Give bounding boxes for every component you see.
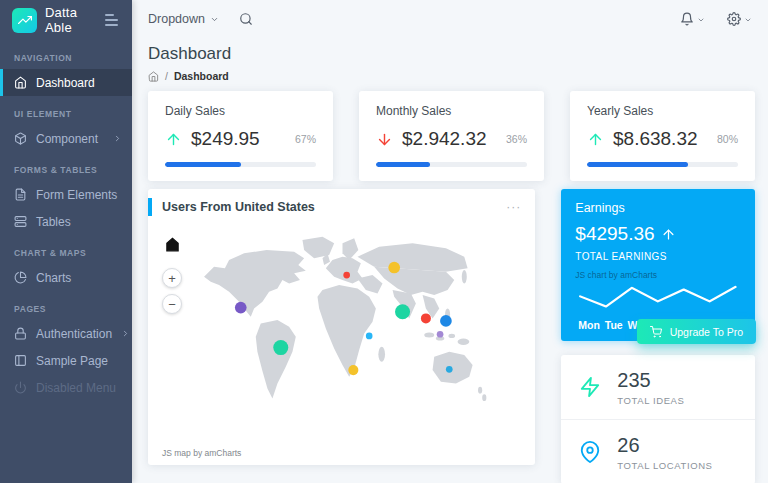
map-data-dot[interactable]: [235, 302, 247, 314]
card-title: Users From United States: [162, 200, 315, 214]
dropdown-label: Dropdown: [148, 12, 205, 26]
world-map[interactable]: + −: [148, 223, 535, 465]
total-locations-row: 26 TOTAL LOCATIONS: [561, 420, 755, 483]
zoom-in-button[interactable]: +: [162, 268, 182, 288]
sidebar-item-label: Sample Page: [36, 354, 108, 368]
total-ideas-row: 235 TOTAL IDEAS: [561, 355, 755, 420]
progress-fill: [376, 162, 430, 167]
sidebar-item-label: Component: [36, 132, 98, 146]
earnings-amount: $4295.36: [575, 223, 654, 245]
sidebar-item-label: Disabled Menu: [36, 381, 116, 395]
chart-attribution[interactable]: JS chart by amCharts: [575, 270, 741, 280]
zoom-out-button[interactable]: −: [162, 294, 182, 314]
progress-fill: [587, 162, 688, 167]
breadcrumb-separator: /: [165, 70, 168, 82]
daily-sales-card: Daily Sales $249.95 67%: [148, 91, 333, 181]
monthly-sales-card: Monthly Sales $2.942.32 36%: [359, 91, 544, 181]
sales-percent: 67%: [295, 133, 316, 145]
map-data-dot[interactable]: [388, 262, 400, 274]
sales-percent: 80%: [717, 133, 738, 145]
sidebar-item-tables[interactable]: Tables: [0, 208, 132, 235]
power-icon: [14, 381, 27, 394]
page-title: Dashboard: [148, 44, 755, 64]
sidebar-item-label: Form Elements: [36, 188, 117, 202]
card-title: Monthly Sales: [376, 104, 527, 118]
map-home-icon[interactable]: [165, 237, 180, 256]
sales-cards-row: Daily Sales $249.95 67% Monthly Sales $2…: [148, 91, 755, 181]
sidebar-item-authentication[interactable]: Authentication: [0, 320, 132, 347]
nav-caption: CHART & MAPS: [0, 235, 132, 264]
arrow-up-icon: [587, 131, 604, 148]
lock-icon: [14, 327, 27, 340]
progress-bar: [587, 162, 738, 167]
earnings-subtitle: TOTAL EARNINGS: [575, 251, 741, 262]
sidebar-item-dashboard[interactable]: Dashboard: [0, 69, 132, 96]
nav-caption: NAVIGATION: [0, 40, 132, 69]
axis-label: Mon: [578, 319, 600, 331]
map-pin-icon: [579, 441, 601, 463]
map-attribution[interactable]: JS map by amCharts: [162, 448, 241, 458]
card-title: Daily Sales: [165, 104, 316, 118]
cart-icon: [650, 326, 662, 338]
map-data-dot[interactable]: [366, 333, 373, 340]
pie-chart-icon: [14, 271, 27, 284]
map-data-dot[interactable]: [446, 366, 453, 373]
search-icon[interactable]: [239, 12, 253, 26]
map-data-dot[interactable]: [437, 331, 444, 338]
world-map-svg[interactable]: [156, 225, 527, 421]
chevron-down-icon: [744, 10, 752, 28]
chevron-right-icon: [113, 132, 122, 146]
sales-percent: 36%: [506, 133, 527, 145]
settings-gear-icon[interactable]: [727, 10, 752, 28]
progress-bar: [165, 162, 316, 167]
axis-label: Tue: [605, 319, 623, 331]
file-text-icon: [14, 188, 27, 201]
dashboard-page: Datta Able NAVIGATION Dashboard UI ELEME…: [0, 0, 768, 483]
breadcrumb-current[interactable]: Dashboard: [174, 70, 229, 82]
upgrade-button-label: Upgrade To Pro: [670, 326, 743, 338]
upgrade-to-pro-button[interactable]: Upgrade To Pro: [637, 319, 756, 344]
sidebar-item-component[interactable]: Component: [0, 125, 132, 152]
map-data-dot[interactable]: [395, 304, 410, 319]
notifications-bell-icon[interactable]: [680, 10, 705, 28]
yearly-sales-card: Yearly Sales $8.638.32 80%: [570, 91, 755, 181]
breadcrumb-home-icon[interactable]: [148, 71, 159, 82]
map-data-dot[interactable]: [440, 315, 452, 327]
brand[interactable]: Datta Able: [0, 0, 132, 40]
sidebar-item-label: Dashboard: [36, 76, 95, 90]
brand-logo-icon: [12, 8, 37, 33]
nav-caption: FORMS & TABLES: [0, 152, 132, 181]
arrow-up-icon: [165, 131, 182, 148]
map-data-dot[interactable]: [343, 272, 350, 279]
chevron-right-icon: [121, 327, 130, 341]
sidebar-item-charts[interactable]: Charts: [0, 264, 132, 291]
progress-fill: [165, 162, 241, 167]
card-title: Earnings: [575, 201, 741, 215]
map-data-dot[interactable]: [348, 365, 358, 375]
nav-caption: PAGES: [0, 291, 132, 320]
main-content: Dashboard / Dashboard Daily Sales $249.9…: [132, 38, 768, 483]
total-label: TOTAL LOCATIONS: [617, 460, 712, 471]
sidebar: Datta Able NAVIGATION Dashboard UI ELEME…: [0, 0, 132, 483]
sidebar-toggle-icon[interactable]: [103, 12, 120, 28]
map-data-dot[interactable]: [273, 340, 288, 355]
card-title: Yearly Sales: [587, 104, 738, 118]
sales-amount: $8.638.32: [613, 128, 698, 150]
sales-amount: $2.942.32: [402, 128, 487, 150]
map-data-dot[interactable]: [421, 313, 431, 323]
total-label: TOTAL IDEAS: [617, 395, 684, 406]
breadcrumb: / Dashboard: [148, 70, 755, 82]
total-value: 26: [617, 434, 712, 457]
sidebar-item-label: Authentication: [36, 327, 112, 341]
sidebar-layout-icon: [14, 354, 27, 367]
arrow-up-icon: [661, 227, 676, 242]
more-options-icon[interactable]: ···: [506, 204, 521, 210]
table-icon: [14, 215, 27, 228]
sidebar-item-form-elements[interactable]: Form Elements: [0, 181, 132, 208]
arrow-down-icon: [376, 131, 393, 148]
totals-card: 235 TOTAL IDEAS 26 TOTAL LOCATIONS: [561, 355, 755, 483]
sidebar-item-sample-page[interactable]: Sample Page: [0, 347, 132, 374]
sidebar-item-label: Tables: [36, 215, 71, 229]
nav-dropdown[interactable]: Dropdown: [148, 12, 219, 26]
sidebar-item-label: Charts: [36, 271, 71, 285]
